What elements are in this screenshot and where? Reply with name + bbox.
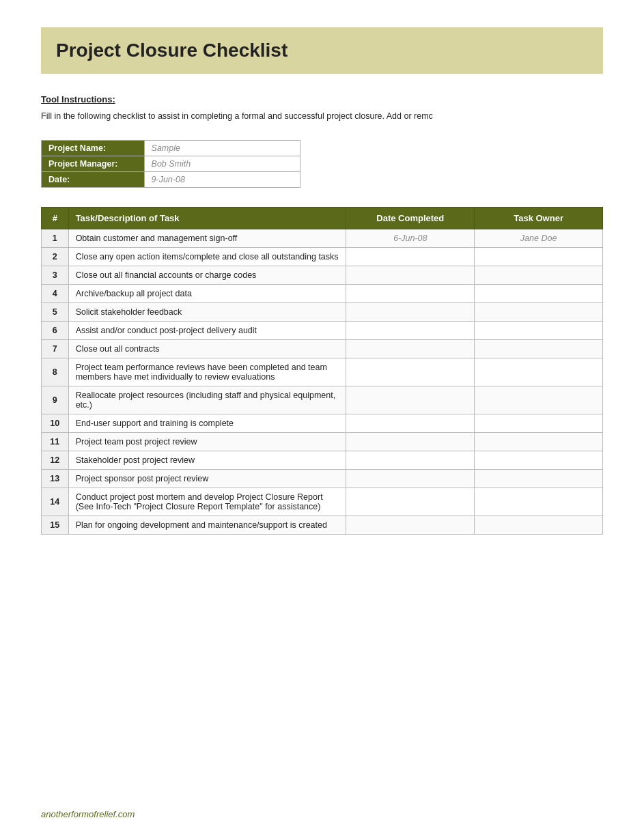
col-header-date: Date Completed xyxy=(346,208,475,229)
table-row: 3Close out all financial accounts or cha… xyxy=(42,266,603,285)
table-row: 8Project team performance reviews have b… xyxy=(42,358,603,386)
row-task: Close out all contracts xyxy=(68,340,346,358)
table-row: 1Obtain customer and management sign-off… xyxy=(42,229,603,248)
instructions-heading: Tool Instructions: xyxy=(41,94,603,104)
project-info-label: Project Name: xyxy=(42,141,145,156)
row-number: 1 xyxy=(42,229,69,248)
row-owner xyxy=(475,322,603,340)
row-number: 3 xyxy=(42,266,69,285)
row-task: Reallocate project resources (including … xyxy=(68,386,346,414)
row-task: Conduct project post mortem and develop … xyxy=(68,488,346,516)
row-owner xyxy=(475,470,603,488)
row-date xyxy=(346,322,475,340)
row-number: 9 xyxy=(42,386,69,414)
page: Project Closure Checklist Tool Instructi… xyxy=(0,0,644,576)
row-task: Close out all financial accounts or char… xyxy=(68,266,346,285)
row-task: Stakeholder post project review xyxy=(68,451,346,470)
row-date xyxy=(346,488,475,516)
page-title: Project Closure Checklist xyxy=(56,40,588,61)
col-header-task: Task/Description of Task xyxy=(68,208,346,229)
row-owner xyxy=(475,451,603,470)
project-info-value: Bob Smith xyxy=(144,156,300,172)
col-header-owner: Task Owner xyxy=(475,208,603,229)
project-info-table: Project Name:SampleProject Manager:Bob S… xyxy=(41,140,300,188)
project-info-value: 9-Jun-08 xyxy=(144,172,300,188)
row-number: 8 xyxy=(42,358,69,386)
row-number: 10 xyxy=(42,414,69,433)
row-task: Archive/backup all project data xyxy=(68,285,346,303)
row-owner xyxy=(475,516,603,535)
instructions-text: Fill in the following checklist to assis… xyxy=(41,111,603,121)
row-task: Project team post project review xyxy=(68,433,346,451)
row-task: Assist and/or conduct post-project deliv… xyxy=(68,322,346,340)
row-owner xyxy=(475,248,603,266)
checklist-table: # Task/Description of Task Date Complete… xyxy=(41,207,603,535)
table-row: 15Plan for ongoing development and maint… xyxy=(42,516,603,535)
table-row: 11Project team post project review xyxy=(42,433,603,451)
row-owner xyxy=(475,303,603,322)
row-number: 14 xyxy=(42,488,69,516)
row-date xyxy=(346,470,475,488)
row-number: 15 xyxy=(42,516,69,535)
row-number: 12 xyxy=(42,451,69,470)
row-task: Close any open action items/complete and… xyxy=(68,248,346,266)
row-owner xyxy=(475,266,603,285)
row-owner xyxy=(475,386,603,414)
row-task: Obtain customer and management sign-off xyxy=(68,229,346,248)
table-row: 7Close out all contracts xyxy=(42,340,603,358)
table-row: 2Close any open action items/complete an… xyxy=(42,248,603,266)
row-number: 7 xyxy=(42,340,69,358)
project-info-row: Project Manager:Bob Smith xyxy=(42,156,300,172)
table-row: 10End-user support and training is compl… xyxy=(42,414,603,433)
row-date xyxy=(346,248,475,266)
row-number: 4 xyxy=(42,285,69,303)
row-owner xyxy=(475,488,603,516)
row-date: 6-Jun-08 xyxy=(346,229,475,248)
table-row: 12Stakeholder post project review xyxy=(42,451,603,470)
row-owner xyxy=(475,340,603,358)
row-task: Project team performance reviews have be… xyxy=(68,358,346,386)
row-number: 13 xyxy=(42,470,69,488)
row-number: 5 xyxy=(42,303,69,322)
row-task: Solicit stakeholder feedback xyxy=(68,303,346,322)
table-row: 14Conduct project post mortem and develo… xyxy=(42,488,603,516)
table-row: 13Project sponsor post project review xyxy=(42,470,603,488)
row-task: Plan for ongoing development and mainten… xyxy=(68,516,346,535)
table-row: 6Assist and/or conduct post-project deli… xyxy=(42,322,603,340)
row-date xyxy=(346,433,475,451)
row-date xyxy=(346,266,475,285)
row-task: Project sponsor post project review xyxy=(68,470,346,488)
row-date xyxy=(346,340,475,358)
project-info-row: Project Name:Sample xyxy=(42,141,300,156)
row-number: 6 xyxy=(42,322,69,340)
row-task: End-user support and training is complet… xyxy=(68,414,346,433)
row-owner xyxy=(475,414,603,433)
row-number: 11 xyxy=(42,433,69,451)
row-date xyxy=(346,516,475,535)
row-owner xyxy=(475,433,603,451)
table-row: 9Reallocate project resources (including… xyxy=(42,386,603,414)
row-date xyxy=(346,285,475,303)
project-info-label: Project Manager: xyxy=(42,156,145,172)
row-date xyxy=(346,386,475,414)
row-owner xyxy=(475,358,603,386)
project-info-label: Date: xyxy=(42,172,145,188)
table-row: 4Archive/backup all project data xyxy=(42,285,603,303)
row-date xyxy=(346,358,475,386)
title-banner: Project Closure Checklist xyxy=(41,27,603,74)
row-owner: Jane Doe xyxy=(475,229,603,248)
project-info-value: Sample xyxy=(144,141,300,156)
row-date xyxy=(346,414,475,433)
row-owner xyxy=(475,285,603,303)
col-header-num: # xyxy=(42,208,69,229)
row-date xyxy=(346,303,475,322)
row-date xyxy=(346,451,475,470)
row-number: 2 xyxy=(42,248,69,266)
footer: anotherformofrelief.com xyxy=(41,809,135,819)
table-row: 5Solicit stakeholder feedback xyxy=(42,303,603,322)
project-info-row: Date:9-Jun-08 xyxy=(42,172,300,188)
